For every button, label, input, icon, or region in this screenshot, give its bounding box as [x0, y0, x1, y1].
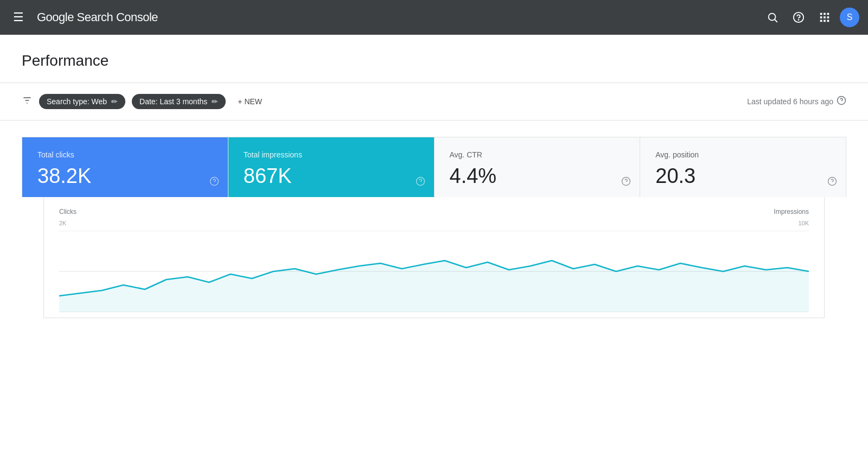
avg-ctr-help-icon[interactable] [621, 176, 631, 188]
search-type-label: Search type: Web [47, 97, 107, 106]
svg-rect-4 [820, 13, 822, 15]
last-updated: Last updated 6 hours ago [747, 96, 846, 107]
logo: Google Search Console [37, 10, 158, 24]
metric-card-avg-ctr[interactable]: Avg. CTR 4.4% [435, 137, 641, 197]
header-left: ☰ Google Search Console [9, 6, 753, 29]
avg-ctr-label: Avg. CTR [450, 150, 625, 159]
svg-point-0 [769, 14, 776, 21]
logo-text: Google Search Console [37, 10, 158, 24]
svg-rect-9 [827, 16, 829, 18]
metric-card-avg-position[interactable]: Avg. position 20.3 [640, 137, 846, 197]
svg-rect-8 [824, 16, 826, 18]
logo-product: Search Console [74, 10, 158, 24]
logo-google: Google [37, 10, 74, 24]
svg-rect-10 [820, 20, 822, 22]
header: ☰ Google Search Console [0, 0, 868, 35]
filter-icon[interactable] [22, 95, 33, 109]
main-content: Performance Search type: Web ✏ Date: Las… [0, 35, 868, 318]
chart-area: Clicks Impressions 2K 10K [43, 197, 825, 318]
last-updated-help-icon[interactable] [837, 96, 846, 107]
metric-card-total-impressions[interactable]: Total impressions 867K [228, 137, 435, 197]
help-icon[interactable] [788, 7, 809, 28]
chart-right-max: 10K [798, 220, 809, 226]
metrics-section: Total clicks 38.2K Total impressions 867… [22, 137, 846, 318]
svg-rect-6 [827, 13, 829, 15]
page-title-section: Performance [0, 35, 868, 83]
metric-card-total-clicks[interactable]: Total clicks 38.2K [22, 137, 228, 197]
avg-position-label: Avg. position [655, 150, 831, 159]
chart-left-axis-label: Clicks [59, 208, 76, 216]
svg-rect-5 [824, 13, 826, 15]
filters-bar: Search type: Web ✏ Date: Last 3 months ✏… [0, 83, 868, 121]
date-edit-icon: ✏ [212, 97, 218, 106]
metrics-cards: Total clicks 38.2K Total impressions 867… [22, 137, 846, 197]
search-type-chip[interactable]: Search type: Web ✏ [39, 94, 125, 109]
avatar[interactable]: S [840, 8, 859, 27]
search-type-edit-icon: ✏ [111, 97, 118, 106]
chart-container [59, 231, 809, 312]
chart-svg [59, 231, 809, 312]
total-clicks-value: 38.2K [37, 166, 213, 186]
date-chip[interactable]: Date: Last 3 months ✏ [132, 94, 226, 109]
search-icon[interactable] [762, 7, 783, 28]
new-filter-button[interactable]: + NEW [232, 94, 267, 109]
page-title: Performance [22, 52, 846, 69]
chart-left-max: 2K [59, 220, 66, 226]
avg-position-value: 20.3 [655, 166, 831, 186]
new-filter-label: + NEW [238, 97, 262, 106]
header-right: S [762, 7, 859, 28]
chart-right-axis-label: Impressions [774, 208, 809, 216]
svg-rect-7 [820, 16, 822, 18]
chart-labels: Clicks Impressions [59, 208, 809, 216]
avg-ctr-value: 4.4% [450, 166, 625, 186]
avg-position-help-icon[interactable] [827, 176, 837, 188]
svg-rect-11 [824, 20, 826, 22]
last-updated-text: Last updated 6 hours ago [747, 97, 833, 106]
apps-icon[interactable] [814, 7, 835, 28]
total-impressions-help-icon[interactable] [416, 176, 425, 188]
svg-marker-29 [59, 261, 809, 312]
total-impressions-value: 867K [244, 166, 419, 186]
total-clicks-label: Total clicks [37, 150, 213, 159]
total-clicks-help-icon[interactable] [209, 176, 219, 188]
svg-line-1 [775, 20, 777, 22]
svg-rect-12 [827, 20, 829, 22]
menu-icon[interactable]: ☰ [9, 6, 28, 29]
total-impressions-label: Total impressions [244, 150, 419, 159]
date-label: Date: Last 3 months [139, 97, 207, 106]
